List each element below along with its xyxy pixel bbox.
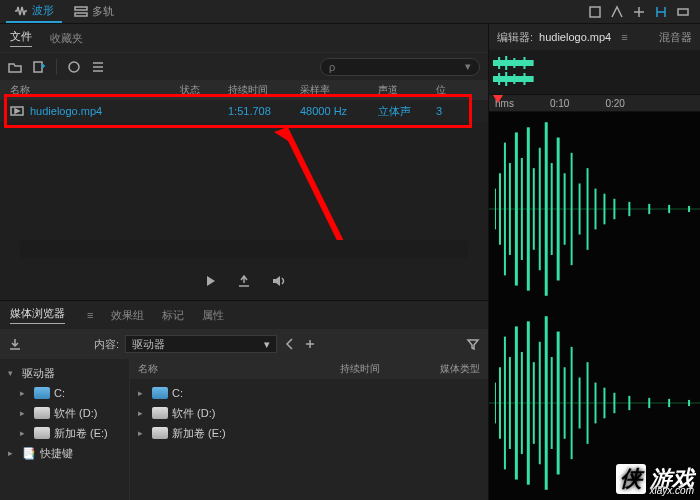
svg-rect-52 (527, 321, 530, 484)
tree-drive-d[interactable]: ▸软件 (D:) (0, 403, 129, 423)
playhead-icon[interactable] (493, 95, 503, 103)
drive-icon (34, 407, 50, 419)
timeline-ruler[interactable]: hms 0:10 0:20 (489, 94, 700, 112)
tree-drive-c[interactable]: ▸C: (0, 383, 129, 403)
svg-rect-12 (498, 57, 500, 69)
svg-rect-28 (521, 158, 523, 260)
watermark: 侠 游戏 xiayx.com (616, 464, 694, 494)
file-list-header: 名称 状态 持续时间 采样率 声道 位 (0, 80, 488, 100)
svg-rect-67 (668, 399, 670, 407)
tab-media-browser[interactable]: 媒体浏览器 (10, 306, 65, 324)
svg-rect-59 (571, 347, 573, 459)
svg-rect-49 (509, 357, 511, 449)
svg-rect-0 (75, 7, 87, 10)
svg-rect-31 (539, 148, 541, 271)
back-icon[interactable] (283, 337, 297, 351)
list-icon[interactable] (91, 60, 105, 74)
svg-rect-33 (551, 163, 553, 255)
svg-rect-14 (513, 58, 515, 68)
toolbar-icon-3[interactable] (632, 5, 646, 19)
content-drive-c[interactable]: ▸C: (130, 383, 488, 403)
svg-rect-27 (515, 132, 518, 285)
toolbar-icon-1[interactable] (588, 5, 602, 19)
drive-icon (152, 407, 168, 419)
svg-rect-46 (495, 383, 496, 424)
svg-marker-8 (274, 128, 296, 146)
drive-icon (34, 387, 50, 399)
play-controls (0, 266, 488, 296)
filter-icon[interactable] (466, 337, 480, 351)
drive-tree: ▾驱动器 ▸C: ▸软件 (D:) ▸新加卷 (E:) ▸📑快捷键 (0, 359, 130, 500)
toolbar-icon-5[interactable] (676, 5, 690, 19)
svg-rect-30 (533, 168, 535, 250)
svg-rect-57 (557, 332, 560, 475)
svg-rect-32 (545, 122, 548, 296)
tree-drives-root[interactable]: ▾驱动器 (0, 363, 129, 383)
svg-rect-56 (551, 357, 553, 449)
svg-rect-55 (545, 316, 548, 490)
svg-rect-26 (509, 163, 511, 255)
add-icon[interactable] (303, 337, 317, 351)
content-drive-e[interactable]: ▸新加卷 (E:) (130, 423, 488, 443)
play-icon[interactable] (203, 274, 217, 288)
tree-shortcuts[interactable]: ▸📑快捷键 (0, 443, 129, 463)
content-drive-d[interactable]: ▸软件 (D:) (130, 403, 488, 423)
waveform-overview[interactable] (489, 50, 700, 94)
svg-rect-34 (557, 138, 560, 281)
record-icon[interactable] (67, 60, 81, 74)
content-dropdown[interactable]: 驱动器 ▾ (125, 335, 276, 353)
svg-rect-20 (489, 112, 700, 500)
volume-icon[interactable] (271, 274, 285, 288)
tab-effects[interactable]: 效果组 (111, 308, 144, 323)
tab-multitrack[interactable]: 多轨 (66, 1, 122, 22)
search-input[interactable]: ρ ▾ (320, 58, 480, 76)
svg-rect-29 (527, 127, 530, 290)
content-label: 内容: (94, 337, 119, 352)
file-toolbar: ρ ▾ (0, 52, 488, 80)
scrollbar[interactable] (20, 240, 468, 258)
svg-rect-4 (34, 62, 42, 72)
svg-rect-17 (505, 72, 507, 86)
tab-mixer[interactable]: 混音器 (659, 30, 692, 45)
svg-rect-53 (533, 362, 535, 444)
svg-rect-65 (628, 396, 630, 410)
tab-favorites[interactable]: 收藏夹 (50, 31, 83, 46)
svg-rect-25 (504, 143, 506, 276)
toolbar-icon-4[interactable] (654, 5, 668, 19)
svg-rect-66 (648, 398, 650, 408)
top-tab-bar: 波形 多轨 (0, 0, 700, 24)
tree-drive-e[interactable]: ▸新加卷 (E:) (0, 423, 129, 443)
svg-rect-13 (505, 56, 507, 70)
toolbar-icon-2[interactable] (610, 5, 624, 19)
import-icon[interactable] (8, 337, 22, 351)
panel-menu-icon[interactable]: ≡ (87, 309, 93, 321)
top-toolbar-icons (588, 5, 700, 19)
tab-markers[interactable]: 标记 (162, 308, 184, 323)
svg-rect-2 (590, 7, 600, 17)
svg-rect-60 (579, 377, 581, 428)
tab-waveform[interactable]: 波形 (6, 0, 62, 23)
tab-properties[interactable]: 属性 (202, 308, 224, 323)
waveform-icon (14, 4, 28, 18)
svg-rect-47 (499, 367, 501, 438)
export-icon[interactable] (237, 274, 251, 288)
open-folder-icon[interactable] (8, 60, 22, 74)
panel-menu-icon[interactable]: ≡ (621, 31, 627, 43)
svg-rect-44 (668, 205, 670, 213)
svg-rect-54 (539, 342, 541, 465)
waveform-editor[interactable] (489, 112, 700, 500)
video-file-icon (10, 104, 24, 118)
svg-line-7 (285, 128, 345, 250)
file-panel-tabs: 文件 收藏夹 (0, 24, 488, 52)
file-row[interactable]: hudielogo.mp4 1:51.708 48000 Hz 立体声 3 (0, 100, 488, 122)
svg-rect-50 (515, 326, 518, 479)
svg-rect-36 (571, 153, 573, 265)
svg-rect-48 (504, 337, 506, 470)
svg-point-5 (69, 62, 79, 72)
svg-rect-24 (499, 173, 501, 244)
svg-rect-35 (564, 173, 566, 244)
tab-files[interactable]: 文件 (10, 29, 32, 47)
svg-rect-51 (521, 352, 523, 454)
new-file-icon[interactable] (32, 60, 46, 74)
svg-rect-40 (603, 194, 605, 225)
